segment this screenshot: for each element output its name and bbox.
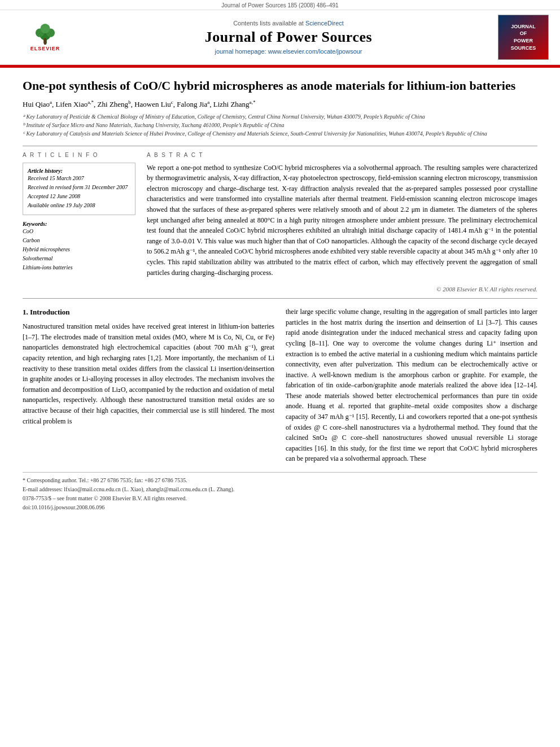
article-info-abstract-section: A R T I C L E I N F O Article history: R… bbox=[23, 146, 537, 278]
svg-point-4 bbox=[40, 24, 50, 33]
journal-homepage: journal homepage: www.elsevier.com/locat… bbox=[79, 48, 498, 55]
revised-date: Received in revised form 31 December 200… bbox=[28, 183, 130, 192]
keyword-5: Lithium-ions batteries bbox=[23, 263, 135, 272]
elsevier-logo-area: ELSEVIER bbox=[11, 22, 79, 53]
journal-header: Journal of Power Sources 185 (2008) 486–… bbox=[0, 0, 560, 66]
article-history-box: Article history: Received 15 March 2007 … bbox=[23, 163, 135, 215]
main-content: One-pot synthesis of CoO/C hybrid micros… bbox=[0, 68, 560, 522]
history-label: Article history: bbox=[28, 168, 130, 174]
affiliations: ᵃ Key Laboratory of Pesticide & Chemical… bbox=[23, 112, 537, 138]
section1-heading: 1. Introduction bbox=[23, 307, 274, 318]
copyright-line: © 2008 Elsevier B.V. All rights reserved… bbox=[23, 286, 537, 292]
email-note: E-mail addresses: lfxiao@mail.ccnu.edu.c… bbox=[23, 485, 537, 494]
elsevier-tree-icon bbox=[31, 23, 59, 45]
section1-col-right-text: their large specific volume change, resu… bbox=[286, 307, 537, 464]
elsevier-text: ELSEVIER bbox=[30, 46, 60, 51]
issn-line: 0378-7753/$ – see front matter © 2008 El… bbox=[23, 494, 537, 503]
elsevier-logo: ELSEVIER bbox=[20, 22, 71, 53]
article-info-column: A R T I C L E I N F O Article history: R… bbox=[23, 152, 135, 278]
abstract-column: A B S T R A C T We report a one-pot meth… bbox=[147, 152, 537, 278]
corresponding-note: * Corresponding author. Tel.: +86 27 678… bbox=[23, 476, 537, 485]
keyword-1: CoO bbox=[23, 227, 135, 236]
body-col-right: their large specific volume change, resu… bbox=[286, 307, 537, 464]
journal-logo-box: JOURNALOFPOWERSOURCES bbox=[498, 15, 549, 60]
footnote-section: * Corresponding author. Tel.: +86 27 678… bbox=[23, 472, 537, 512]
journal-citation: Journal of Power Sources 185 (2008) 486–… bbox=[0, 0, 560, 10]
body-col-left: 1. Introduction Nanostructured transitio… bbox=[23, 307, 274, 464]
sciencedirect-line: Contents lists available at ScienceDirec… bbox=[79, 20, 498, 27]
doi-line: doi:10.1016/j.jpowsour.2008.06.096 bbox=[23, 503, 537, 512]
article-info-heading: A R T I C L E I N F O bbox=[23, 152, 135, 158]
journal-homepage-link[interactable]: journal homepage: www.elsevier.com/locat… bbox=[215, 48, 362, 55]
abstract-heading: A B S T R A C T bbox=[147, 152, 537, 158]
keywords-title: Keywords: bbox=[23, 221, 135, 227]
keyword-4: Solvothermal bbox=[23, 254, 135, 263]
keyword-2: Carbon bbox=[23, 236, 135, 245]
section-divider bbox=[23, 298, 537, 299]
accepted-date: Accepted 12 June 2008 bbox=[28, 192, 130, 201]
svg-rect-5 bbox=[44, 38, 46, 45]
abstract-text: We report a one-pot method to synthesize… bbox=[147, 163, 537, 278]
journal-logo-text: JOURNALOFPOWERSOURCES bbox=[511, 23, 536, 51]
journal-title-area: Contents lists available at ScienceDirec… bbox=[79, 20, 498, 55]
received-date: Received 15 March 2007 bbox=[28, 174, 130, 183]
authors-line: Hui Qiaoa, Lifen Xiaoa,*, Zhi Zhengb, Ha… bbox=[23, 100, 537, 109]
body-content: 1. Introduction Nanostructured transitio… bbox=[23, 307, 537, 464]
section1-col-left-text: Nanostructured transition metal oxides h… bbox=[23, 321, 274, 426]
keyword-3: Hybrid microspheres bbox=[23, 245, 135, 254]
keywords-section: Keywords: CoO Carbon Hybrid microspheres… bbox=[23, 221, 135, 272]
article-title: One-pot synthesis of CoO/C hybrid micros… bbox=[23, 78, 537, 94]
available-date: Available online 19 July 2008 bbox=[28, 201, 130, 210]
journal-title: Journal of Power Sources bbox=[79, 29, 498, 46]
sciencedirect-link[interactable]: ScienceDirect bbox=[305, 20, 344, 27]
journal-banner: ELSEVIER Contents lists available at Sci… bbox=[0, 10, 560, 65]
